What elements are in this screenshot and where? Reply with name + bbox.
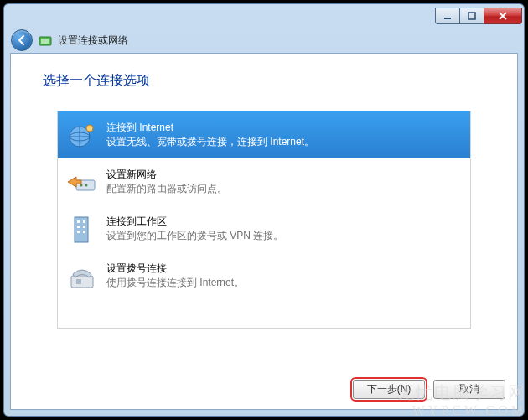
titlebar (4, 4, 524, 28)
globe-icon (65, 118, 98, 152)
svg-rect-16 (83, 231, 85, 233)
option-title: 设置拨号连接 (106, 262, 463, 276)
svg-rect-1 (468, 13, 475, 19)
svg-rect-15 (77, 231, 80, 233)
option-desc: 配置新的路由器或访问点。 (106, 182, 463, 196)
tower-icon (65, 212, 98, 246)
next-button[interactable]: 下一步(N) (353, 380, 425, 399)
wizard-window: 设置连接或网络 选择一个连接选项 连接到 Internet 设置无线、宽带或拨号… (3, 3, 525, 417)
button-row: 下一步(N) 取消 (353, 380, 505, 399)
svg-rect-12 (83, 220, 85, 223)
minimize-button[interactable] (435, 8, 460, 24)
svg-rect-18 (76, 279, 81, 284)
options-list: 连接到 Internet 设置无线、宽带或拨号连接，连接到 Internet。 … (57, 111, 471, 329)
svg-rect-11 (77, 220, 80, 223)
close-icon (498, 12, 508, 20)
minimize-icon (443, 12, 452, 20)
svg-point-9 (85, 184, 88, 187)
content-area: 选择一个连接选项 连接到 Internet 设置无线、宽带或拨号连接，连接到 I… (10, 53, 518, 410)
maximize-icon (468, 12, 476, 20)
page-heading: 选择一个连接选项 (43, 72, 517, 90)
option-text: 连接到 Internet 设置无线、宽带或拨号连接，连接到 Internet。 (106, 121, 463, 149)
option-desc: 使用拨号连接连接到 Internet。 (106, 276, 463, 290)
option-setup-dialup[interactable]: 设置拨号连接 使用拨号连接连接到 Internet。 (58, 252, 470, 299)
option-title: 设置新网络 (106, 168, 463, 182)
svg-rect-0 (444, 18, 451, 19)
maximize-button[interactable] (459, 8, 484, 24)
option-title: 连接到工作区 (106, 215, 463, 229)
option-desc: 设置无线、宽带或拨号连接，连接到 Internet。 (106, 135, 463, 149)
svg-point-6 (86, 125, 93, 132)
option-text: 连接到工作区 设置到您的工作区的拨号或 VPN 连接。 (106, 215, 463, 243)
option-setup-network[interactable]: 设置新网络 配置新的路由器或访问点。 (58, 158, 470, 205)
back-button[interactable] (11, 29, 33, 51)
option-text: 设置拨号连接 使用拨号连接连接到 Internet。 (106, 262, 463, 290)
wizard-icon (38, 33, 53, 48)
svg-rect-3 (41, 39, 49, 44)
option-desc: 设置到您的工作区的拨号或 VPN 连接。 (106, 229, 463, 243)
wizard-title: 设置连接或网络 (58, 34, 128, 48)
option-connect-internet[interactable]: 连接到 Internet 设置无线、宽带或拨号连接，连接到 Internet。 (58, 111, 470, 158)
option-title: 连接到 Internet (106, 121, 463, 135)
close-button[interactable] (484, 8, 522, 24)
svg-rect-10 (75, 217, 88, 242)
svg-point-8 (80, 184, 83, 187)
option-text: 设置新网络 配置新的路由器或访问点。 (106, 168, 463, 196)
svg-rect-14 (83, 226, 85, 228)
back-arrow-icon (16, 34, 28, 46)
cancel-button[interactable]: 取消 (433, 380, 505, 399)
nav-bar: 设置连接或网络 (4, 28, 524, 53)
window-buttons (436, 8, 522, 24)
option-connect-workplace[interactable]: 连接到工作区 设置到您的工作区的拨号或 VPN 连接。 (58, 205, 470, 252)
router-icon (65, 165, 98, 199)
svg-rect-13 (77, 226, 80, 228)
phone-icon (65, 259, 98, 293)
